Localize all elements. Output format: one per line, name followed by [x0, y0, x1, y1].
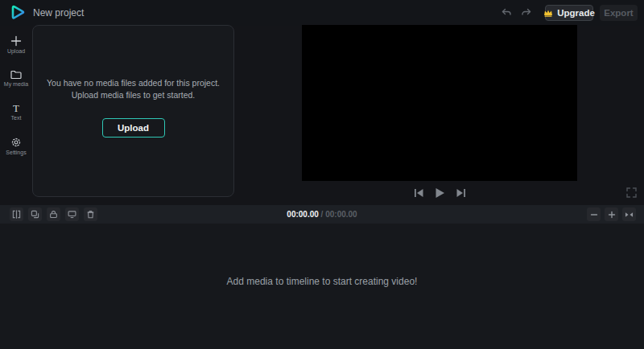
play-icon[interactable] — [434, 187, 445, 199]
timeline-toolbar: 00:00.00 / 00:00.00 — [0, 205, 644, 224]
time-separator: / — [321, 210, 324, 219]
timeline-area[interactable]: Add media to timeline to start creating … — [0, 224, 644, 349]
upgrade-button[interactable]: Upgrade — [545, 5, 593, 21]
zoom-out-icon[interactable] — [587, 207, 601, 221]
sidebar-item-label: My media — [4, 81, 28, 87]
undo-icon[interactable] — [500, 6, 513, 19]
folder-icon — [10, 70, 22, 80]
sidebar-item-label: Upload — [7, 48, 25, 54]
next-frame-icon[interactable] — [455, 187, 466, 199]
sidebar-item-label: Settings — [6, 150, 26, 155]
sidebar-item-settings[interactable]: Settings — [0, 132, 32, 159]
upgrade-label: Upgrade — [557, 8, 595, 18]
media-panel: You have no media files added for this p… — [32, 25, 234, 197]
video-editor-app: New project Upgrade Export — [0, 0, 644, 349]
header-bar: New project Upgrade Export — [0, 0, 644, 26]
sidebar-item-text[interactable]: T Text — [0, 98, 32, 125]
current-time: 00:00.00 — [287, 210, 318, 219]
project-title[interactable]: New project — [33, 7, 84, 18]
app-logo-play-icon[interactable] — [9, 4, 27, 22]
text-icon: T — [13, 103, 19, 113]
previous-frame-icon[interactable] — [413, 187, 424, 199]
zoom-in-icon[interactable] — [605, 207, 618, 221]
fullscreen-icon[interactable] — [626, 187, 637, 198]
redo-icon[interactable] — [520, 6, 533, 19]
timecode-display: 00:00.00 / 00:00.00 — [0, 210, 644, 219]
gear-icon — [10, 137, 22, 148]
sidebar-item-upload[interactable]: Upload — [0, 31, 32, 58]
upload-button[interactable]: Upload — [102, 118, 165, 138]
plus-icon — [10, 35, 22, 47]
sidebar-item-label: Text — [11, 115, 22, 121]
zoom-to-fit-icon[interactable] — [622, 207, 636, 221]
export-label: Export — [604, 8, 633, 18]
left-sidebar: Upload My media T Text Settings — [0, 26, 32, 205]
video-preview[interactable] — [302, 25, 577, 181]
crown-icon — [543, 9, 553, 17]
sidebar-item-my-media[interactable]: My media — [0, 64, 32, 92]
export-button[interactable]: Export — [600, 5, 638, 21]
timeline-empty-message: Add media to timeline to start creating … — [0, 276, 644, 287]
player-controls — [302, 186, 577, 200]
total-time: 00:00.00 — [325, 210, 357, 219]
timeline-zoom-controls — [587, 207, 636, 221]
media-empty-message: You have no media files added for this p… — [33, 77, 233, 101]
